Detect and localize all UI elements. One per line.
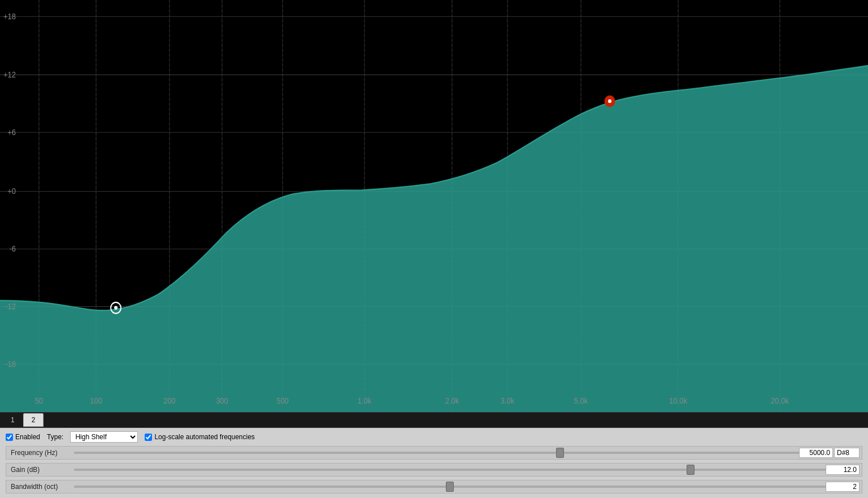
x-label-300: 300: [216, 396, 228, 405]
y-label-minus6: -6: [9, 244, 16, 253]
bandwidth-slider-thumb[interactable]: [446, 482, 454, 492]
bandwidth-value-input[interactable]: [826, 482, 860, 492]
y-label-minus18: -18: [5, 360, 16, 369]
tab-2[interactable]: 2: [23, 413, 44, 427]
gain-slider-track[interactable]: [74, 469, 826, 471]
enabled-checkbox[interactable]: [6, 434, 13, 441]
frequency-label: Frequency (Hz): [6, 449, 74, 457]
gain-row: Gain (dB): [6, 463, 862, 477]
x-label-100: 100: [90, 396, 102, 405]
enabled-text: Enabled: [15, 433, 40, 441]
x-label-50: 50: [35, 396, 43, 405]
y-label-plus12: +12: [3, 70, 16, 79]
bandwidth-row: Bandwidth (oct): [6, 480, 862, 493]
gain-value-input[interactable]: [826, 465, 860, 475]
x-label-2k: 2.0k: [445, 396, 459, 405]
chart-area: +18 +12 +6 +0 -6 -12 -18 50 100 200 300 …: [0, 0, 868, 412]
tabs-bar: 1 2: [0, 412, 868, 428]
y-label-plus18: +18: [3, 12, 16, 21]
enabled-label[interactable]: Enabled: [6, 433, 40, 441]
bandwidth-slider-track[interactable]: [74, 486, 826, 488]
frequency-slider-area[interactable]: [74, 447, 799, 459]
x-label-500: 500: [276, 396, 289, 405]
frequency-slider-track[interactable]: [74, 452, 799, 454]
bandwidth-slider-area[interactable]: [74, 480, 826, 493]
x-label-200: 200: [163, 396, 176, 405]
x-label-5k: 5.0k: [574, 396, 588, 405]
controls-top-row: Enabled Type: Low Shelf High Shelf Peak …: [6, 431, 862, 443]
frequency-slider-thumb[interactable]: [556, 448, 564, 458]
y-label-minus12: -12: [5, 302, 16, 311]
x-label-1k: 1.0k: [358, 396, 372, 405]
logscale-text: Log-scale automated frequencies: [154, 433, 254, 441]
y-label-plus6: +6: [7, 128, 16, 137]
x-label-3k: 3.0k: [501, 396, 515, 405]
bandwidth-label: Bandwidth (oct): [6, 483, 74, 491]
x-label-10k: 10.0k: [669, 396, 687, 405]
eq-point-1-dot: [114, 306, 118, 310]
main-container: +18 +12 +6 +0 -6 -12 -18 50 100 200 300 …: [0, 0, 868, 498]
frequency-note-input[interactable]: [834, 448, 860, 458]
frequency-value-input[interactable]: [799, 448, 833, 458]
gain-label: Gain (dB): [6, 466, 74, 474]
eq-chart[interactable]: +18 +12 +6 +0 -6 -12 -18 50 100 200 300 …: [0, 0, 868, 412]
logscale-label[interactable]: Log-scale automated frequencies: [145, 433, 254, 441]
controls-area: Enabled Type: Low Shelf High Shelf Peak …: [0, 428, 868, 498]
frequency-row: Frequency (Hz): [6, 446, 862, 460]
gain-slider-thumb[interactable]: [687, 465, 695, 475]
type-label: Type:: [47, 433, 63, 441]
gain-slider-area[interactable]: [74, 464, 826, 476]
logscale-checkbox[interactable]: [145, 434, 152, 441]
y-label-zero: +0: [7, 187, 16, 196]
tab-1[interactable]: 1: [2, 413, 23, 427]
x-label-20k: 20.0k: [771, 396, 789, 405]
type-select[interactable]: Low Shelf High Shelf Peak Notch Low Pass…: [70, 431, 138, 443]
eq-point-2-dot: [608, 99, 611, 103]
